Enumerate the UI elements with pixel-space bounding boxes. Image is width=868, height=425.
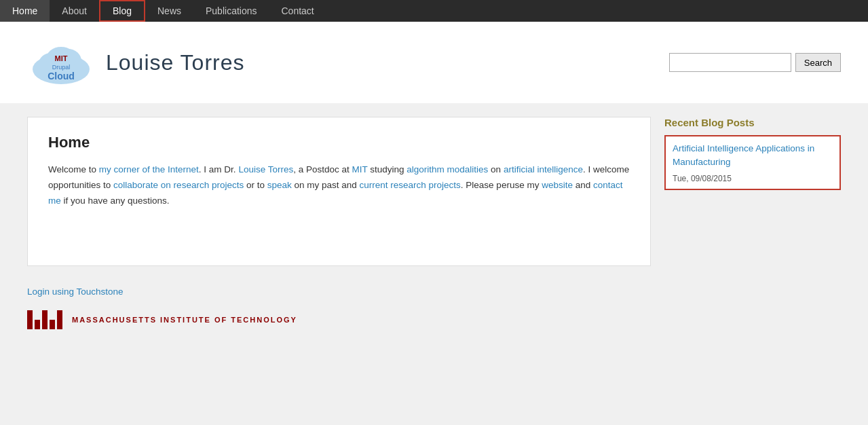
blog-post-link[interactable]: Artificial Intelligence Applications in … [673,142,833,170]
svg-text:Cloud: Cloud [48,71,75,81]
mit-logo-area: Massachusetts Institute of Technology [27,310,841,329]
nav-blog[interactable]: Blog [99,0,145,22]
intro-text: Welcome to my corner of the Internet. I … [48,162,630,209]
corner-link[interactable]: my corner of the Internet [99,164,199,174]
nav-contact[interactable]: Contact [269,0,326,22]
login-link[interactable]: Login using Touchstone [27,287,841,297]
mit-bars-icon [27,310,62,329]
search-button[interactable]: Search [795,53,841,72]
page-title: Home [48,134,630,151]
recent-posts-title: Recent Blog Posts [664,117,841,128]
mit-link[interactable]: MIT [352,164,367,174]
algorithm-link[interactable]: algorithm modalities [407,164,488,174]
current-projects-link[interactable]: current research projects [360,180,461,190]
main-content: Home Welcome to my corner of the Interne… [0,103,868,280]
nav-about[interactable]: About [50,0,99,22]
svg-text:Drupal: Drupal [52,64,71,71]
mit-bar-4 [50,320,55,329]
footer-area: Login using Touchstone Massachusetts Ins… [0,280,868,343]
header: MIT Drupal Cloud Louise Torres Search [0,22,868,103]
mit-bar-5 [57,310,62,329]
svg-text:MIT: MIT [55,54,68,62]
blog-post-date: Tue, 09/08/2015 [673,174,833,183]
sidebar: Recent Blog Posts Artificial Intelligenc… [664,117,841,266]
nav-publications[interactable]: Publications [193,0,269,22]
mit-bar-1 [27,310,33,329]
collaborate-link[interactable]: collaborate on research projects [113,180,244,190]
blog-post-item: Artificial Intelligence Applications in … [664,135,841,190]
logo-area: MIT Drupal Cloud Louise Torres [27,35,245,90]
louise-link[interactable]: Louise Torres [238,164,293,174]
website-link[interactable]: website [542,180,573,190]
site-title: Louise Torres [106,50,245,75]
search-input[interactable] [669,53,791,72]
search-area: Search [669,53,841,72]
nav-home[interactable]: Home [0,0,50,22]
navbar: Home About Blog News Publications Contac… [0,0,868,22]
mit-bar-3 [42,310,48,329]
content-panel: Home Welcome to my corner of the Interne… [27,117,651,266]
mit-institution-label: Massachusetts Institute of Technology [72,316,297,324]
mit-bar-2 [35,320,40,329]
site-logo: MIT Drupal Cloud [27,35,95,90]
ai-link[interactable]: artificial intelligence [504,164,583,174]
nav-news[interactable]: News [145,0,193,22]
speak-link[interactable]: speak [267,180,292,190]
